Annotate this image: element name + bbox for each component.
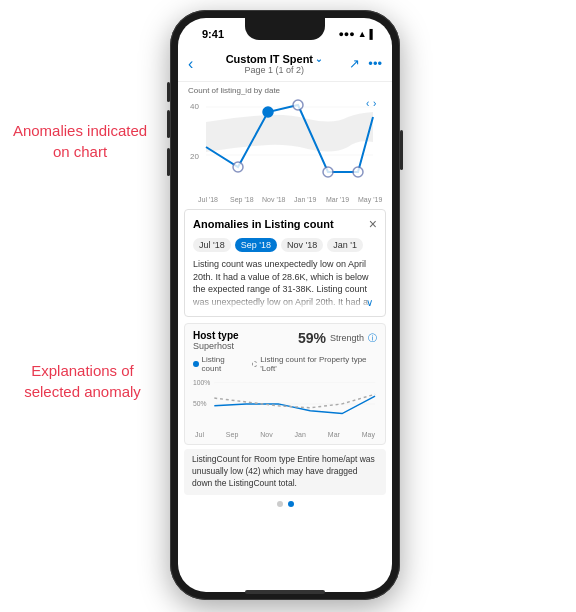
y-label-20: 20 bbox=[190, 152, 199, 161]
chart-nav-prev[interactable]: ‹ bbox=[366, 98, 369, 109]
legend-dot-gray bbox=[252, 361, 258, 367]
anomalies-annotation: Anomalies indicated on chart bbox=[10, 120, 150, 162]
wifi-icon: ▲ bbox=[358, 29, 367, 39]
host-type-section: Host type Superhost 59% Strength ⓘ Listi… bbox=[184, 323, 386, 445]
nav-bar: ‹ Custom IT Spent ⌄ Page 1 (1 of 2) ↗ ••… bbox=[178, 46, 392, 82]
nav-actions: ↗ ••• bbox=[349, 56, 382, 71]
anomaly-tab-jul18[interactable]: Jul '18 bbox=[193, 238, 231, 252]
x-label-may19: May '19 bbox=[358, 196, 382, 204]
anomaly-dot-5[interactable] bbox=[353, 167, 363, 177]
mini-chart-legend: Listing count Listing count for Property… bbox=[193, 355, 377, 373]
volume-down-button bbox=[167, 148, 170, 176]
mini-x-may: May bbox=[362, 431, 375, 438]
explanation-text: ListingCount for Room type Entire home/a… bbox=[192, 454, 375, 488]
anomaly-expand-icon[interactable]: ∨ bbox=[366, 296, 373, 310]
explanation-box: ListingCount for Room type Entire home/a… bbox=[184, 449, 386, 495]
mini-x-nov: Nov bbox=[260, 431, 272, 438]
mini-chart-svg: 100% 50% bbox=[193, 376, 377, 426]
volume-up-button bbox=[167, 110, 170, 138]
pagination-dot-1[interactable] bbox=[277, 501, 283, 507]
anomaly-panel: Anomalies in Listing count × Jul '18 Sep… bbox=[184, 209, 386, 317]
chart-nav-next[interactable]: › bbox=[373, 98, 376, 109]
x-label-mar19: Mar '19 bbox=[326, 196, 349, 203]
anomaly-panel-title: Anomalies in Listing count bbox=[193, 218, 334, 230]
host-type-label-area: Host type Superhost bbox=[193, 330, 239, 351]
strength-info-icon[interactable]: ⓘ bbox=[368, 332, 377, 345]
chart-label: Count of listing_id by date bbox=[188, 86, 382, 95]
phone-mockup: 9:41 ●●● ▲ ▌ ‹ Custom IT Spent ⌄ Page 1 … bbox=[170, 10, 400, 600]
anomaly-tabs: Jul '18 Sep '18 Nov '18 Jan '1 bbox=[193, 238, 377, 252]
legend-label-1: Listing count bbox=[202, 355, 244, 373]
phone-body: 9:41 ●●● ▲ ▌ ‹ Custom IT Spent ⌄ Page 1 … bbox=[170, 10, 400, 600]
anomaly-tab-sep18[interactable]: Sep '18 bbox=[235, 238, 277, 252]
x-label-jan19: Jan '19 bbox=[294, 196, 316, 203]
host-type-value: Superhost bbox=[193, 341, 239, 351]
anomaly-dot-3[interactable] bbox=[293, 100, 303, 110]
host-type-label: Host type bbox=[193, 330, 239, 341]
anomaly-dot-1[interactable] bbox=[233, 162, 243, 172]
confidence-band bbox=[206, 112, 373, 152]
anomaly-dot-4[interactable] bbox=[323, 167, 333, 177]
legend-dot-blue bbox=[193, 361, 199, 367]
host-type-header: Host type Superhost 59% Strength ⓘ bbox=[193, 330, 377, 351]
silent-button bbox=[167, 82, 170, 102]
pagination-dots bbox=[178, 501, 392, 511]
nav-title-chevron[interactable]: ⌄ bbox=[315, 54, 323, 64]
back-button[interactable]: ‹ bbox=[188, 55, 193, 73]
legend-label-2: Listing count for Property type 'Loft' bbox=[260, 355, 377, 373]
mini-x-sep: Sep bbox=[226, 431, 238, 438]
strength-pct: 59% bbox=[298, 330, 326, 346]
phone-screen: 9:41 ●●● ▲ ▌ ‹ Custom IT Spent ⌄ Page 1 … bbox=[178, 18, 392, 592]
anomaly-text-fade bbox=[193, 295, 377, 310]
status-icons: ●●● ▲ ▌ bbox=[338, 29, 376, 39]
more-icon[interactable]: ••• bbox=[368, 56, 382, 71]
explanations-annotation: Explanations of selected anomaly bbox=[10, 360, 155, 402]
power-button bbox=[400, 130, 403, 170]
x-label-nov18: Nov '18 bbox=[262, 196, 286, 203]
mini-main-line bbox=[214, 396, 375, 413]
host-strength: 59% Strength ⓘ bbox=[298, 330, 377, 346]
mini-chart-x-labels: Jul Sep Nov Jan Mar May bbox=[193, 431, 377, 438]
legend-item-property-loft: Listing count for Property type 'Loft' bbox=[252, 355, 377, 373]
mini-y-100: 100% bbox=[193, 379, 210, 386]
mini-x-jan: Jan bbox=[295, 431, 306, 438]
anomaly-dot-2[interactable] bbox=[263, 107, 273, 117]
mini-dashed-line bbox=[214, 394, 375, 408]
anomaly-tab-jan19[interactable]: Jan '1 bbox=[327, 238, 363, 252]
battery-icon: ▌ bbox=[370, 29, 376, 39]
home-indicator bbox=[245, 590, 325, 594]
anomaly-panel-header: Anomalies in Listing count × bbox=[193, 216, 377, 232]
legend-item-listing-count: Listing count bbox=[193, 355, 244, 373]
main-chart-svg: 40 20 bbox=[188, 97, 382, 207]
pagination-dot-2[interactable] bbox=[288, 501, 294, 507]
mini-chart-container: 100% 50% bbox=[193, 376, 377, 431]
strength-label: Strength bbox=[330, 333, 364, 343]
nav-title-area: Custom IT Spent ⌄ Page 1 (1 of 2) bbox=[199, 53, 349, 75]
nav-title-text: Custom IT Spent bbox=[226, 53, 313, 65]
nav-title: Custom IT Spent ⌄ bbox=[199, 53, 349, 65]
notch bbox=[245, 18, 325, 40]
anomaly-description: Listing count was unexpectedly low on Ap… bbox=[193, 258, 377, 310]
x-label-sep18: Sep '18 bbox=[230, 196, 254, 204]
chart-container: 40 20 bbox=[188, 97, 382, 207]
chart-area: Count of listing_id by date 40 20 bbox=[178, 82, 392, 209]
mini-x-mar: Mar bbox=[328, 431, 340, 438]
anomaly-close-button[interactable]: × bbox=[369, 216, 377, 232]
y-label-40: 40 bbox=[190, 102, 199, 111]
x-label-jul18: Jul '18 bbox=[198, 196, 218, 203]
anomaly-tab-nov18[interactable]: Nov '18 bbox=[281, 238, 323, 252]
status-time: 9:41 bbox=[194, 28, 224, 40]
mini-x-jul: Jul bbox=[195, 431, 204, 438]
nav-subtitle: Page 1 (1 of 2) bbox=[199, 65, 349, 75]
expand-icon[interactable]: ↗ bbox=[349, 56, 360, 71]
signal-icon: ●●● bbox=[338, 29, 354, 39]
mini-y-50: 50% bbox=[193, 400, 207, 407]
